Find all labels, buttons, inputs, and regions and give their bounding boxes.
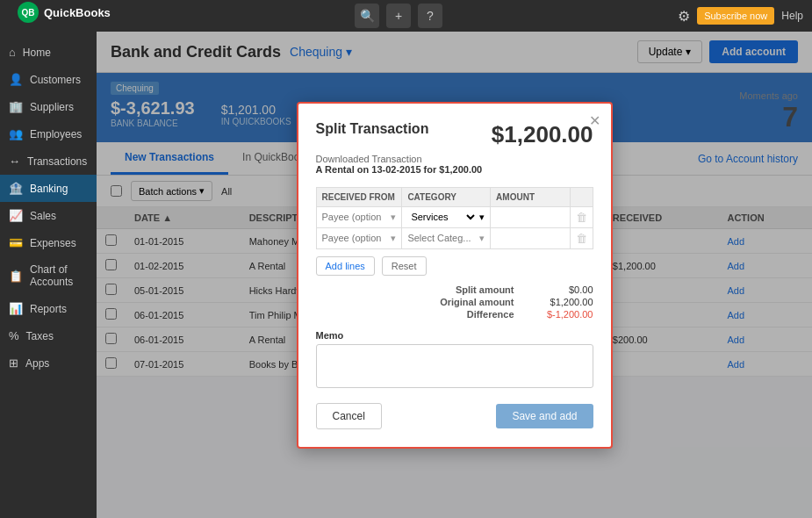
delete-row-icon-1[interactable]: 🗑 [576, 211, 587, 224]
payee-cell: ▾ [322, 233, 397, 244]
amount-input-1[interactable] [496, 212, 564, 222]
settings-icon[interactable]: ⚙ [678, 8, 690, 25]
sidebar-item-label: Home [23, 47, 51, 59]
app-name: QuickBooks [44, 6, 111, 19]
taxes-icon: % [9, 329, 19, 342]
modal-header: Split Transaction $1,200.00 [316, 121, 593, 148]
sidebar-item-expenses[interactable]: 💳 Expenses [0, 229, 97, 256]
sidebar-item-home[interactable]: ⌂ Home [0, 39, 97, 66]
split-amount-row: Split amount $0.00 [456, 284, 593, 295]
expenses-icon: 💳 [9, 236, 23, 249]
subtitle-detail: A Rental on 13-02-2015 for $1,200.00 [316, 164, 483, 175]
payee-cell: ▾ [322, 212, 397, 223]
sidebar-item-label: Suppliers [30, 101, 74, 113]
modal-subtitle: Downloaded Transaction A Rental on 13-02… [316, 154, 593, 175]
add-lines-button[interactable]: Add lines [316, 256, 375, 276]
transactions-icon: ↔ [9, 155, 20, 168]
apps-icon: ⊞ [9, 356, 18, 370]
chart-icon: 📋 [9, 270, 23, 283]
customers-icon: 👤 [9, 73, 23, 86]
sidebar-item-label: Sales [30, 210, 56, 222]
payee-dropdown-icon[interactable]: ▾ [391, 233, 396, 244]
payee-input-1[interactable] [322, 212, 390, 222]
delete-row-icon-2[interactable]: 🗑 [576, 232, 587, 245]
col-amount: AMOUNT [491, 187, 570, 206]
split-transaction-modal: ✕ Split Transaction $1,200.00 Downloaded… [297, 102, 613, 449]
split-amount-label: Split amount [456, 284, 514, 295]
modal-footer: Cancel Save and add [316, 403, 593, 429]
split-summary: Split amount $0.00 Original amount $1,20… [316, 284, 593, 321]
col-received-from: RECEIVED FROM [316, 187, 402, 206]
cancel-button[interactable]: Cancel [316, 403, 382, 429]
amount-input-2[interactable] [496, 233, 564, 243]
sidebar-item-sales[interactable]: 📈 Sales [0, 202, 97, 229]
sidebar: ⌂ Home 👤 Customers 🏢 Suppliers 👥 Employe… [0, 32, 97, 518]
sidebar-item-label: Transactions [27, 155, 87, 168]
content-area: Bank and Credit Cards Chequing ▾ Update … [97, 32, 812, 518]
sidebar-item-transactions[interactable]: ↔ Transactions [0, 147, 97, 175]
banking-icon: 🏦 [9, 182, 23, 195]
add-icon[interactable]: + [386, 4, 411, 28]
sidebar-item-apps[interactable]: ⊞ Apps [0, 349, 97, 377]
difference-label: Difference [467, 309, 514, 320]
sidebar-item-label: Employees [30, 128, 82, 140]
help-link[interactable]: Help [781, 10, 803, 22]
employees-icon: 👥 [9, 127, 23, 140]
top-nav-center: 🔍 + ? [355, 4, 442, 28]
subtitle-prefix: Downloaded Transaction [316, 154, 422, 164]
suppliers-icon: 🏢 [9, 100, 23, 113]
help-circle-icon[interactable]: ? [418, 4, 442, 28]
home-icon: ⌂ [9, 46, 16, 59]
category-cell: ▾ [407, 233, 485, 244]
sidebar-item-label: Reports [30, 303, 67, 315]
modal-close-button[interactable]: ✕ [589, 112, 600, 129]
sidebar-item-suppliers[interactable]: 🏢 Suppliers [0, 93, 97, 120]
difference-value: $-1,200.00 [532, 309, 593, 320]
modal-title: Split Transaction [316, 121, 429, 137]
split-table-body: ▾ Services Products ▾ [316, 206, 593, 248]
sidebar-item-label: Chart of Accounts [30, 263, 88, 288]
split-actions: Add lines Reset [316, 256, 593, 276]
sidebar-item-banking[interactable]: 🏦 Banking [0, 175, 97, 202]
memo-textarea[interactable] [316, 344, 593, 388]
split-row: ▾ ▾ 🗑 [316, 227, 593, 248]
modal-overlay: ✕ Split Transaction $1,200.00 Downloaded… [97, 32, 812, 518]
top-nav: QB QuickBooks 🔍 + ? ⚙ Subscribe now Help [0, 0, 812, 32]
sidebar-item-customers[interactable]: 👤 Customers [0, 66, 97, 93]
sidebar-item-taxes[interactable]: % Taxes [0, 322, 97, 349]
original-amount-row: Original amount $1,200.00 [440, 297, 593, 307]
col-category: CATEGORY [402, 187, 491, 206]
sidebar-item-label: Apps [25, 357, 49, 370]
sidebar-item-label: Taxes [26, 330, 54, 342]
split-table: RECEIVED FROM CATEGORY AMOUNT ▾ [316, 187, 593, 249]
sales-icon: 📈 [9, 209, 23, 222]
sidebar-item-chart-of-accounts[interactable]: 📋 Chart of Accounts [0, 256, 97, 295]
original-amount-value: $1,200.00 [532, 297, 593, 307]
reset-button[interactable]: Reset [382, 256, 427, 276]
main-layout: ⌂ Home 👤 Customers 🏢 Suppliers 👥 Employe… [0, 32, 812, 518]
modal-amount: $1,200.00 [492, 121, 593, 148]
category-input-2[interactable] [407, 233, 478, 243]
reports-icon: 📊 [9, 302, 23, 315]
memo-label: Memo [316, 330, 593, 341]
split-amount-value: $0.00 [532, 284, 593, 295]
save-and-add-button[interactable]: Save and add [496, 404, 593, 428]
logo-icon: QB [18, 2, 39, 23]
payee-dropdown-icon[interactable]: ▾ [391, 212, 396, 223]
category-dropdown-icon[interactable]: ▾ [479, 233, 485, 244]
sidebar-item-label: Banking [30, 183, 68, 195]
search-icon[interactable]: 🔍 [355, 4, 379, 28]
difference-row: Difference $-1,200.00 [467, 309, 593, 320]
top-nav-right: ⚙ Subscribe now Help [678, 7, 803, 25]
sidebar-item-reports[interactable]: 📊 Reports [0, 295, 97, 322]
subscribe-button[interactable]: Subscribe now [697, 7, 774, 25]
payee-input-2[interactable] [322, 233, 390, 243]
category-select-1[interactable]: Services Products [407, 211, 478, 223]
category-dropdown-icon: ▾ [479, 212, 485, 223]
original-amount-label: Original amount [440, 297, 514, 307]
sidebar-item-employees[interactable]: 👥 Employees [0, 120, 97, 147]
sidebar-item-label: Customers [30, 74, 81, 86]
split-table-header: RECEIVED FROM CATEGORY AMOUNT [316, 187, 593, 206]
category-cell: Services Products ▾ [407, 211, 485, 223]
split-row: ▾ Services Products ▾ [316, 206, 593, 227]
